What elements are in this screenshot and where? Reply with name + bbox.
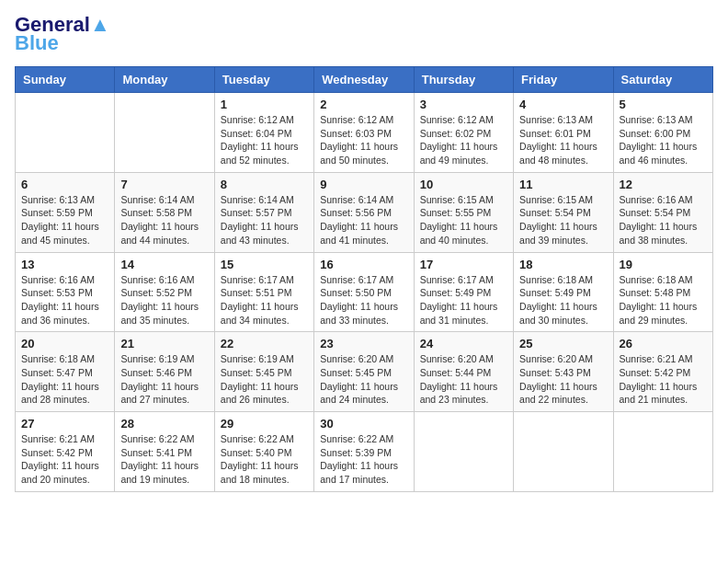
calendar-header-thursday: Thursday (414, 67, 513, 93)
day-number: 14 (120, 258, 208, 271)
calendar-cell: 18Sunrise: 6:18 AM Sunset: 5:49 PM Dayli… (514, 252, 613, 332)
day-info: Sunrise: 6:21 AM Sunset: 5:42 PM Dayligh… (21, 432, 108, 487)
calendar-cell: 3Sunrise: 6:12 AM Sunset: 6:02 PM Daylig… (414, 93, 513, 173)
calendar-week-2: 6Sunrise: 6:13 AM Sunset: 5:59 PM Daylig… (16, 172, 713, 252)
calendar-cell (514, 412, 613, 492)
day-info: Sunrise: 6:14 AM Sunset: 5:57 PM Dayligh… (221, 193, 308, 247)
calendar-cell: 17Sunrise: 6:17 AM Sunset: 5:49 PM Dayli… (414, 252, 513, 332)
logo: General▲ Blue (15, 15, 110, 55)
day-info: Sunrise: 6:16 AM Sunset: 5:52 PM Dayligh… (120, 273, 208, 327)
day-info: Sunrise: 6:16 AM Sunset: 5:53 PM Dayligh… (21, 273, 108, 327)
calendar-cell: 15Sunrise: 6:17 AM Sunset: 5:51 PM Dayli… (214, 252, 313, 332)
day-info: Sunrise: 6:22 AM Sunset: 5:40 PM Dayligh… (221, 432, 308, 487)
day-info: Sunrise: 6:18 AM Sunset: 5:47 PM Dayligh… (21, 352, 108, 407)
day-info: Sunrise: 6:13 AM Sunset: 6:01 PM Dayligh… (519, 113, 607, 167)
day-number: 27 (21, 417, 108, 431)
day-number: 16 (320, 258, 407, 271)
day-number: 7 (120, 178, 208, 191)
calendar-cell: 22Sunrise: 6:19 AM Sunset: 5:45 PM Dayli… (214, 332, 313, 412)
logo-blue: Blue (15, 31, 59, 55)
day-number: 11 (519, 178, 607, 191)
header: General▲ Blue (15, 15, 713, 55)
day-info: Sunrise: 6:20 AM Sunset: 5:44 PM Dayligh… (420, 352, 507, 407)
day-number: 25 (519, 337, 607, 350)
day-number: 13 (21, 258, 108, 271)
calendar-cell: 21Sunrise: 6:19 AM Sunset: 5:46 PM Dayli… (115, 332, 214, 412)
day-number: 23 (320, 337, 407, 350)
day-number: 4 (519, 98, 607, 111)
day-info: Sunrise: 6:16 AM Sunset: 5:54 PM Dayligh… (620, 193, 707, 247)
calendar-cell: 9Sunrise: 6:14 AM Sunset: 5:56 PM Daylig… (314, 172, 414, 252)
calendar-header-tuesday: Tuesday (214, 67, 313, 93)
day-number: 24 (420, 337, 507, 350)
calendar-cell: 16Sunrise: 6:17 AM Sunset: 5:50 PM Dayli… (314, 252, 414, 332)
calendar-cell (414, 412, 513, 492)
day-info: Sunrise: 6:13 AM Sunset: 6:00 PM Dayligh… (620, 113, 707, 167)
day-info: Sunrise: 6:17 AM Sunset: 5:49 PM Dayligh… (420, 273, 507, 327)
day-info: Sunrise: 6:15 AM Sunset: 5:55 PM Dayligh… (420, 193, 507, 247)
calendar-cell: 29Sunrise: 6:22 AM Sunset: 5:40 PM Dayli… (214, 412, 313, 492)
day-number: 18 (519, 258, 607, 271)
day-number: 26 (620, 337, 707, 350)
calendar-week-3: 13Sunrise: 6:16 AM Sunset: 5:53 PM Dayli… (16, 252, 713, 332)
calendar-week-1: 1Sunrise: 6:12 AM Sunset: 6:04 PM Daylig… (16, 93, 713, 173)
day-info: Sunrise: 6:13 AM Sunset: 5:59 PM Dayligh… (21, 193, 108, 247)
calendar-cell: 10Sunrise: 6:15 AM Sunset: 5:55 PM Dayli… (414, 172, 513, 252)
calendar-cell: 20Sunrise: 6:18 AM Sunset: 5:47 PM Dayli… (16, 332, 115, 412)
calendar-cell: 24Sunrise: 6:20 AM Sunset: 5:44 PM Dayli… (414, 332, 513, 412)
day-number: 17 (420, 258, 507, 271)
calendar-cell (115, 93, 214, 173)
day-info: Sunrise: 6:21 AM Sunset: 5:42 PM Dayligh… (620, 352, 707, 407)
day-number: 22 (221, 337, 308, 350)
day-number: 2 (320, 98, 407, 111)
day-number: 12 (620, 178, 707, 191)
day-number: 3 (420, 98, 507, 111)
calendar-cell (16, 93, 115, 173)
calendar-cell: 13Sunrise: 6:16 AM Sunset: 5:53 PM Dayli… (16, 252, 115, 332)
calendar-cell (613, 412, 712, 492)
day-info: Sunrise: 6:19 AM Sunset: 5:46 PM Dayligh… (120, 352, 208, 407)
day-info: Sunrise: 6:15 AM Sunset: 5:54 PM Dayligh… (519, 193, 607, 247)
day-info: Sunrise: 6:12 AM Sunset: 6:04 PM Dayligh… (221, 113, 308, 167)
day-info: Sunrise: 6:12 AM Sunset: 6:03 PM Dayligh… (320, 113, 407, 167)
calendar-header-friday: Friday (514, 67, 613, 93)
calendar-cell: 6Sunrise: 6:13 AM Sunset: 5:59 PM Daylig… (16, 172, 115, 252)
day-number: 21 (120, 337, 208, 350)
calendar-cell: 7Sunrise: 6:14 AM Sunset: 5:58 PM Daylig… (115, 172, 214, 252)
day-info: Sunrise: 6:20 AM Sunset: 5:45 PM Dayligh… (320, 352, 407, 407)
calendar-cell: 30Sunrise: 6:22 AM Sunset: 5:39 PM Dayli… (314, 412, 414, 492)
day-number: 15 (221, 258, 308, 271)
day-info: Sunrise: 6:22 AM Sunset: 5:41 PM Dayligh… (120, 432, 208, 487)
day-info: Sunrise: 6:18 AM Sunset: 5:49 PM Dayligh… (519, 273, 607, 327)
calendar-week-5: 27Sunrise: 6:21 AM Sunset: 5:42 PM Dayli… (16, 412, 713, 492)
day-number: 29 (221, 417, 308, 431)
calendar-cell: 1Sunrise: 6:12 AM Sunset: 6:04 PM Daylig… (214, 93, 313, 173)
calendar-cell: 23Sunrise: 6:20 AM Sunset: 5:45 PM Dayli… (314, 332, 414, 412)
calendar-cell: 28Sunrise: 6:22 AM Sunset: 5:41 PM Dayli… (115, 412, 214, 492)
day-info: Sunrise: 6:18 AM Sunset: 5:48 PM Dayligh… (620, 273, 707, 327)
calendar-cell: 12Sunrise: 6:16 AM Sunset: 5:54 PM Dayli… (613, 172, 712, 252)
day-info: Sunrise: 6:17 AM Sunset: 5:51 PM Dayligh… (221, 273, 308, 327)
calendar-cell: 27Sunrise: 6:21 AM Sunset: 5:42 PM Dayli… (16, 412, 115, 492)
calendar-cell: 19Sunrise: 6:18 AM Sunset: 5:48 PM Dayli… (613, 252, 712, 332)
calendar-cell: 8Sunrise: 6:14 AM Sunset: 5:57 PM Daylig… (214, 172, 313, 252)
day-number: 5 (620, 98, 707, 111)
day-number: 9 (320, 178, 407, 191)
day-info: Sunrise: 6:19 AM Sunset: 5:45 PM Dayligh… (221, 352, 308, 407)
day-info: Sunrise: 6:17 AM Sunset: 5:50 PM Dayligh… (320, 273, 407, 327)
calendar-cell: 4Sunrise: 6:13 AM Sunset: 6:01 PM Daylig… (514, 93, 613, 173)
day-info: Sunrise: 6:20 AM Sunset: 5:43 PM Dayligh… (519, 352, 607, 407)
day-number: 8 (221, 178, 308, 191)
calendar-table: SundayMondayTuesdayWednesdayThursdayFrid… (15, 66, 713, 492)
day-number: 28 (120, 417, 208, 431)
calendar-cell: 11Sunrise: 6:15 AM Sunset: 5:54 PM Dayli… (514, 172, 613, 252)
day-number: 19 (620, 258, 707, 271)
day-number: 1 (221, 98, 308, 111)
calendar-cell: 14Sunrise: 6:16 AM Sunset: 5:52 PM Dayli… (115, 252, 214, 332)
calendar-cell: 2Sunrise: 6:12 AM Sunset: 6:03 PM Daylig… (314, 93, 414, 173)
calendar-header-wednesday: Wednesday (314, 67, 414, 93)
day-number: 20 (21, 337, 108, 350)
day-number: 10 (420, 178, 507, 191)
calendar-cell: 26Sunrise: 6:21 AM Sunset: 5:42 PM Dayli… (613, 332, 712, 412)
calendar-header-monday: Monday (115, 67, 214, 93)
